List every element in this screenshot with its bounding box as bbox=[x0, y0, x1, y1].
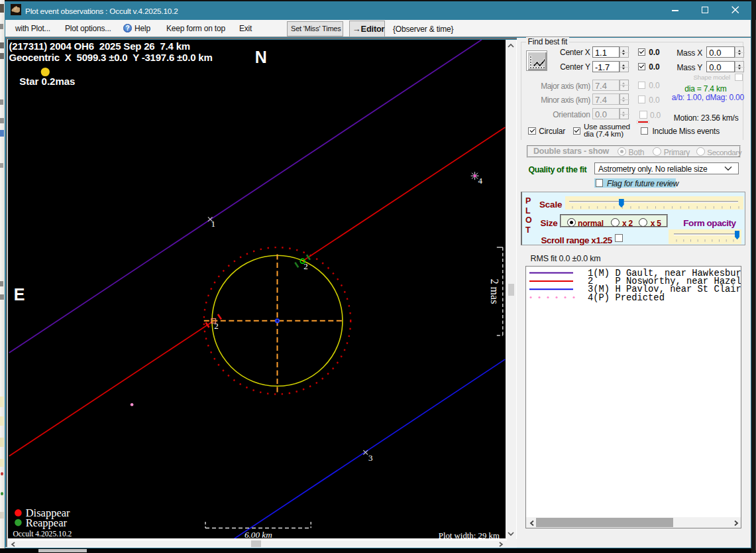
svg-text:2: 2 bbox=[303, 261, 308, 271]
svg-text:6.00 km: 6.00 km bbox=[244, 530, 272, 539]
svg-text:4: 4 bbox=[478, 176, 483, 186]
svg-text:Star 0.2mas: Star 0.2mas bbox=[19, 76, 75, 87]
svg-text:1: 1 bbox=[211, 218, 216, 228]
svg-text:4(P) Predicted: 4(P) Predicted bbox=[588, 293, 665, 303]
svg-text:3: 3 bbox=[368, 452, 373, 462]
svg-text:(217311) 2004 OH6 2025 Sep 26: (217311) 2004 OH6 2025 Sep 26 7.4 km bbox=[9, 40, 190, 52]
svg-text:Geocentric X 5099.3 ±0.0 Y: Geocentric X 5099.3 ±0.0 Y -3197.6 ±0.0 … bbox=[9, 52, 213, 63]
svg-text:2 mas: 2 mas bbox=[489, 278, 500, 304]
svg-text:Reappear: Reappear bbox=[26, 516, 68, 528]
svg-text:N: N bbox=[255, 47, 267, 66]
svg-text:Occult 4.2025.10.2: Occult 4.2025.10.2 bbox=[13, 529, 72, 538]
svg-text:2: 2 bbox=[214, 321, 219, 331]
svg-text:E: E bbox=[14, 284, 25, 303]
svg-text:Plot width: 29 km: Plot width: 29 km bbox=[439, 530, 500, 538]
